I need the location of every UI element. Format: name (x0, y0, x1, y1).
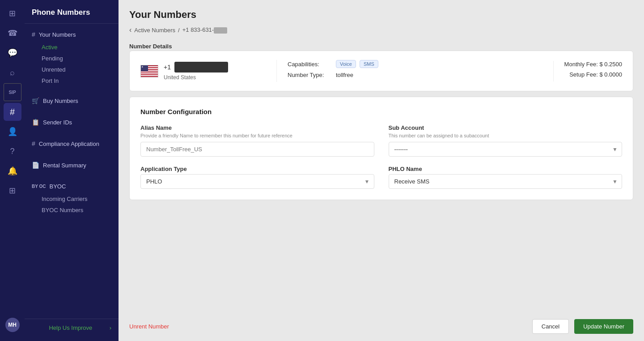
help-chevron-icon: › (110, 324, 111, 331)
help-nav-icon[interactable]: ? (4, 142, 21, 160)
sip-nav-icon[interactable]: SIP (4, 83, 21, 101)
sidebar-group-rental[interactable]: 📄 Rental Summary (25, 158, 119, 172)
apps-nav-icon[interactable]: ⊞ (4, 182, 21, 200)
sidebar-group-sender-ids[interactable]: 📋 Sender IDs (25, 115, 119, 129)
setup-fee-value: $ 0.0000 (599, 71, 622, 78)
sidebar-item-port-in[interactable]: Port In (25, 75, 119, 86)
action-buttons: Cancel Update Number (532, 319, 633, 334)
hash-nav-icon[interactable]: # (4, 103, 21, 121)
application-type-select[interactable]: PHLO Inbound XML None (140, 174, 374, 189)
monthly-fee-value: $ 0.2500 (599, 61, 622, 68)
page-header: Your Numbers (119, 0, 644, 26)
update-number-button[interactable]: Update Number (574, 319, 633, 334)
alias-name-description: Provide a friendly Name to remember this… (140, 133, 374, 138)
sidebar-group-buy-numbers-label: Buy Numbers (43, 98, 78, 104)
sidebar-section-buy-numbers: 🛒 Buy Numbers (25, 90, 119, 111)
number-type-label: Number Type: (288, 72, 332, 78)
help-us-label: Help Us Improve (49, 324, 92, 331)
alias-name-group: Alias Name Provide a friendly Name to re… (140, 124, 374, 157)
cancel-button[interactable]: Cancel (532, 319, 569, 334)
grid-nav-icon[interactable]: ⊞ (4, 4, 21, 22)
phone-number-display (174, 62, 228, 72)
country-name: United States (164, 74, 228, 81)
sidebar-group-your-numbers[interactable]: # Your Numbers (25, 27, 119, 42)
rental-group-icon: 📄 (32, 162, 39, 169)
number-details-left: +1 United States (140, 62, 266, 81)
breadcrumb: ‹ Active Numbers / +1 833-631- (119, 26, 644, 38)
sidebar-group-compliance-label: Compliance Application (39, 141, 99, 147)
bottom-actions: Unrent Number Cancel Update Number (119, 312, 644, 341)
capabilities-row: Capabilities: Voice SMS (288, 60, 542, 68)
number-details-middle: Capabilities: Voice SMS Number Type: tol… (276, 60, 542, 82)
breadcrumb-number: +1 833-631- (182, 26, 227, 34)
breadcrumb-back-icon: ‹ (129, 26, 131, 34)
contacts-nav-icon[interactable]: 👤 (4, 123, 21, 141)
sidebar-section-your-numbers: # Your Numbers Active Pending Unrented P… (25, 24, 119, 90)
number-type-value: tollfree (336, 72, 353, 78)
icon-sidebar: ⊞ ☎ 💬 ⌕ SIP # 👤 ? 🔔 ⊞ MH (0, 0, 25, 341)
application-type-select-wrapper: PHLO Inbound XML None ▼ (140, 174, 374, 189)
setup-fee-row: Setup Fee: $ 0.0000 (564, 71, 622, 78)
sub-account-label: Sub Account (389, 124, 623, 131)
phlo-name-select[interactable]: Receive SMS Send SMS Voice Call (389, 174, 623, 189)
alias-name-label: Alias Name (140, 124, 374, 131)
sidebar-section-byoc: BY OC BYOC Incoming Carriers BYOC Number… (25, 176, 119, 219)
number-details-title: Number Details (119, 38, 644, 51)
sidebar-title: Phone Numbers (25, 0, 119, 24)
sidebar-item-pending[interactable]: Pending (25, 53, 119, 64)
sidebar-group-sender-ids-label: Sender IDs (43, 119, 72, 126)
number-type-row: Number Type: tollfree (288, 72, 542, 78)
setup-fee-label: Setup Fee: (569, 71, 598, 78)
help-us-improve[interactable]: Help Us Improve › (25, 319, 119, 337)
hash-group-icon: # (32, 31, 35, 38)
sidebar-item-unrented[interactable]: Unrented (25, 64, 119, 75)
main-content: Your Numbers ‹ Active Numbers / +1 833-6… (119, 0, 644, 341)
sub-account-group: Sub Account This number can be assigned … (389, 124, 623, 157)
sidebar-section-rental: 📄 Rental Summary (25, 154, 119, 176)
sub-account-select[interactable]: ------- (389, 142, 623, 157)
list-group-icon: 📋 (32, 119, 39, 126)
number-details-card: +1 United States Capabilities: Voice SMS… (129, 51, 633, 91)
compliance-group-icon: # (32, 140, 35, 147)
monthly-fee-row: Monthly Fee: $ 0.2500 (564, 61, 622, 68)
sidebar-item-incoming-carriers[interactable]: Incoming Carriers (25, 193, 119, 205)
sidebar-group-your-numbers-label: Your Numbers (39, 31, 76, 38)
number-configuration: Number Configuration Alias Name Provide … (129, 97, 633, 200)
sms-badge: SMS (360, 60, 378, 68)
avatar[interactable]: MH (5, 318, 20, 332)
application-type-group: Application Type PHLO Inbound XML None ▼ (140, 166, 374, 189)
voice-badge: Voice (336, 60, 356, 68)
sidebar-group-rental-label: Rental Summary (43, 162, 86, 169)
unrent-number-button[interactable]: Unrent Number (129, 323, 169, 330)
sidebar-group-byoc[interactable]: BY OC BYOC (25, 179, 119, 193)
sidebar-section-compliance: # Compliance Application (25, 133, 119, 154)
monthly-fee-label: Monthly Fee: (564, 61, 598, 68)
phlo-name-select-wrapper: Receive SMS Send SMS Voice Call ▼ (389, 174, 623, 189)
breadcrumb-active-numbers[interactable]: Active Numbers (134, 27, 175, 34)
config-title: Number Configuration (140, 108, 622, 115)
sub-account-select-wrapper: ------- ▼ (389, 142, 623, 157)
breadcrumb-separator: / (178, 27, 180, 34)
sidebar-group-byoc-label: BYOC (50, 183, 66, 190)
sidebar-group-buy-numbers[interactable]: 🛒 Buy Numbers (25, 94, 119, 108)
message-nav-icon[interactable]: 💬 (4, 44, 21, 62)
search-nav-icon[interactable]: ⌕ (4, 64, 21, 81)
phone-nav-icon[interactable]: ☎ (4, 24, 21, 42)
us-flag-icon (140, 65, 158, 77)
number-details-right: Monthly Fee: $ 0.2500 Setup Fee: $ 0.000… (553, 61, 622, 81)
sidebar-item-byoc-numbers[interactable]: BYOC Numbers (25, 205, 119, 216)
byoc-group-icon: BY OC (32, 184, 46, 189)
notification-nav-icon[interactable]: 🔔 (4, 162, 21, 180)
country-code: +1 (164, 64, 171, 71)
config-grid: Alias Name Provide a friendly Name to re… (140, 124, 622, 189)
alias-name-input[interactable] (140, 142, 374, 157)
cart-group-icon: 🛒 (32, 97, 39, 104)
sidebar-item-active[interactable]: Active (25, 42, 119, 53)
sidebar-group-compliance[interactable]: # Compliance Application (25, 136, 119, 151)
number-info: +1 United States (164, 62, 228, 81)
phlo-name-label: PHLO Name (389, 166, 623, 172)
sidebar-section-sender-ids: 📋 Sender IDs (25, 111, 119, 133)
page-title: Your Numbers (129, 9, 633, 21)
application-type-label: Application Type (140, 166, 374, 172)
sub-account-description: This number can be assigned to a subacco… (389, 133, 623, 138)
